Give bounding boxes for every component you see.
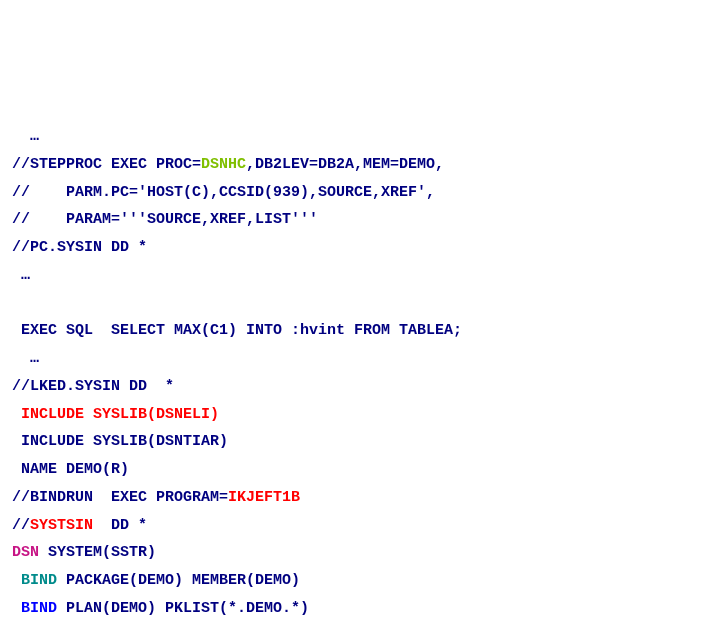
text-segment: // xyxy=(12,517,30,534)
code-line-include-dsntiar: INCLUDE SYSLIB(DSNTIAR) xyxy=(12,428,690,456)
code-line-execsql: EXEC SQL SELECT MAX(C1) INTO :hvint FROM… xyxy=(12,317,690,345)
code-line-dsn: DSN SYSTEM(SSTR) xyxy=(12,539,690,567)
text-segment: //BINDRUN EXEC PROGRAM= xyxy=(12,489,228,506)
text-segment-bind: BIND xyxy=(12,572,57,589)
text-segment: SYSTEM(SSTR) xyxy=(39,544,156,561)
text-segment: ,DB2LEV=DB2A,MEM=DEMO, xyxy=(246,156,444,173)
code-line-syststsin: //SYSTSIN DD * xyxy=(12,512,690,540)
code-line-blank xyxy=(12,290,690,318)
code-line-include-dsneli: INCLUDE SYSLIB(DSNELI) xyxy=(12,401,690,429)
code-line-bind-plan: BIND PLAN(DEMO) PKLIST(*.DEMO.*) xyxy=(12,595,690,617)
text-segment: //STEPPROC EXEC PROC= xyxy=(12,156,201,173)
text-segment-procname: DSNHC xyxy=(201,156,246,173)
code-line-lkedsysin: //LKED.SYSIN DD * xyxy=(12,373,690,401)
text-segment: PACKAGE(DEMO) MEMBER(DEMO) xyxy=(57,572,300,589)
code-line-ellipsis-mid1: … xyxy=(12,262,690,290)
code-line-ellipsis-mid2: … xyxy=(12,345,690,373)
code-line-ellipsis-top: … xyxy=(12,123,690,151)
text-segment-bind: BIND xyxy=(12,600,57,617)
code-line-parm: // PARM.PC='HOST(C),CCSID(939),SOURCE,XR… xyxy=(12,179,690,207)
code-line-stepproc: //STEPPROC EXEC PROC=DSNHC,DB2LEV=DB2A,M… xyxy=(12,151,690,179)
code-line-name-demo: NAME DEMO(R) xyxy=(12,456,690,484)
text-segment-syststsin: SYSTSIN xyxy=(30,517,93,534)
code-line-pcsysin: //PC.SYSIN DD * xyxy=(12,234,690,262)
code-line-bind-package: BIND PACKAGE(DEMO) MEMBER(DEMO) xyxy=(12,567,690,595)
text-segment: DD * xyxy=(93,517,147,534)
code-line-bindrun: //BINDRUN EXEC PROGRAM=IKJEFT1B xyxy=(12,484,690,512)
text-segment: PLAN(DEMO) PKLIST(*.DEMO.*) xyxy=(57,600,309,617)
code-line-param: // PARAM='''SOURCE,XREF,LIST''' xyxy=(12,206,690,234)
text-segment-dsn: DSN xyxy=(12,544,39,561)
text-segment-program: IKJEFT1B xyxy=(228,489,300,506)
